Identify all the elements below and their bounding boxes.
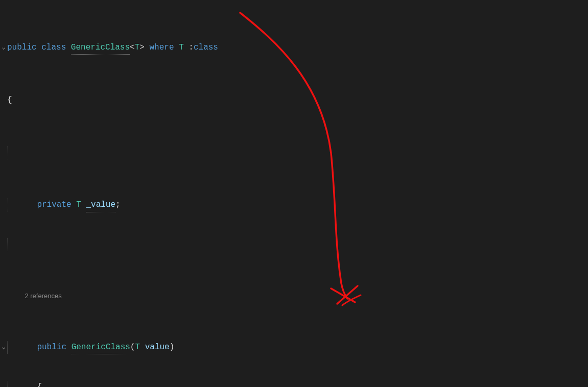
code-line[interactable]: ⌄public class GenericClass<T> where T :c… — [0, 41, 588, 55]
constructor-name: GenericClass — [72, 341, 130, 355]
references-link[interactable]: 2 references — [25, 291, 61, 302]
keyword-public: public — [7, 41, 37, 55]
code-editor[interactable]: ⌄public class GenericClass<T> where T :c… — [0, 0, 588, 387]
code-line[interactable]: ⌄ public GenericClass(T value) — [0, 341, 588, 355]
punct-colon: : — [189, 41, 194, 55]
type-T: T — [135, 341, 140, 354]
keyword-class: class — [41, 41, 66, 55]
type-genericclass: GenericClass — [71, 41, 130, 55]
annotation-arrow — [0, 0, 588, 387]
code-line[interactable] — [0, 147, 588, 160]
keyword-public: public — [37, 341, 66, 354]
type-param-T: T — [179, 41, 184, 55]
code-line[interactable]: private T _value; — [0, 199, 588, 212]
brace-open: { — [7, 94, 12, 107]
field-value: _value — [86, 199, 115, 212]
keyword-class-constraint: class — [194, 41, 218, 55]
codelens-references[interactable]: 2 references — [0, 291, 588, 302]
fold-icon[interactable]: ⌄ — [0, 341, 7, 354]
code-line[interactable]: { — [0, 381, 588, 387]
code-line[interactable]: { — [0, 94, 588, 107]
punct-lt: < — [130, 41, 135, 55]
brace-open: { — [37, 381, 42, 387]
punct-gt: > — [139, 41, 145, 55]
param-value: value — [145, 341, 170, 354]
fold-icon[interactable]: ⌄ — [0, 41, 7, 54]
punct-rparen: ) — [170, 341, 175, 354]
punct-lparen: ( — [130, 341, 135, 354]
type-param-T: T — [135, 41, 140, 55]
type-T: T — [76, 199, 81, 212]
punct-semi: ; — [115, 199, 121, 212]
gutter — [0, 94, 7, 105]
code-line[interactable] — [0, 238, 588, 252]
keyword-where: where — [150, 41, 174, 55]
keyword-private: private — [37, 199, 71, 212]
